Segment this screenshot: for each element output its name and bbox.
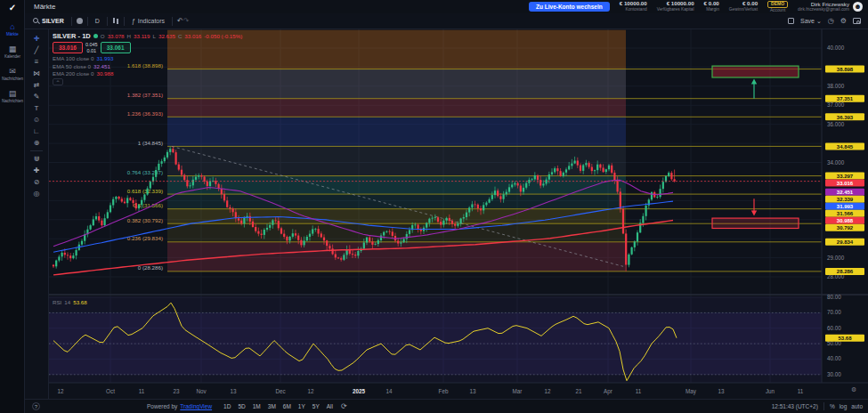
price-chart[interactable]: 1.618 (38.898)1.382 (37.351)1.236 (36.39… — [49, 29, 868, 399]
chart-style-icon[interactable] — [112, 17, 119, 25]
svg-text:14: 14 — [385, 388, 393, 394]
range-5y[interactable]: 5Y — [310, 402, 322, 410]
alert-clock-icon[interactable]: ◷ — [828, 17, 834, 25]
range-1y[interactable]: 1Y — [296, 402, 308, 410]
measure-icon[interactable]: ∟ — [30, 126, 43, 137]
sidebar-item-nachrichten-news[interactable]: ▤Nachrichten — [0, 90, 25, 103]
svg-text:30.00: 30.00 — [827, 371, 841, 377]
svg-text:28.286: 28.286 — [837, 269, 854, 274]
svg-text:30.988: 30.988 — [837, 218, 854, 223]
clock[interactable]: 12:51:43 (UTC+2) — [772, 403, 818, 409]
camera-icon[interactable] — [853, 18, 861, 24]
range-6m[interactable]: 6M — [280, 402, 294, 410]
svg-text:31.993: 31.993 — [837, 204, 854, 209]
xabcd-pattern-icon[interactable]: ⋈ — [30, 68, 43, 79]
svg-text:23: 23 — [173, 388, 180, 394]
stat-value: € 0.00 — [742, 1, 758, 7]
brush-icon[interactable]: ✎ — [30, 91, 43, 102]
stat-label: Kontostand — [625, 7, 646, 12]
stat-label: Gewinn/Verlust — [729, 7, 758, 12]
rsi-legend: RSI 14 53.68 — [53, 299, 87, 305]
svg-text:Dec: Dec — [275, 388, 285, 394]
emoji-icon[interactable]: ☺ — [30, 114, 43, 126]
svg-text:60.00: 60.00 — [827, 325, 841, 331]
symbol-search[interactable]: SILVER — [30, 18, 67, 24]
trend-line-icon[interactable]: ╱ — [30, 45, 43, 56]
text-icon[interactable]: T — [30, 102, 43, 114]
hide-drawings-icon[interactable]: ◎ — [30, 188, 43, 199]
scale-percent[interactable]: % — [830, 403, 835, 409]
scale-auto[interactable]: auto — [851, 403, 863, 409]
search-icon — [33, 18, 39, 24]
long-short-position-icon[interactable]: ⇄ — [30, 79, 43, 91]
ohlc-values: O33.078H33.119L32.635C33.016 — [101, 33, 202, 39]
svg-text:13: 13 — [718, 388, 725, 394]
magnet-icon[interactable]: ⋓ — [30, 153, 43, 165]
svg-text:38.000: 38.000 — [827, 83, 845, 89]
tradingview-link[interactable]: TradingView — [180, 403, 212, 409]
zoom-in-icon[interactable]: ⊕ — [30, 137, 43, 149]
svg-text:11: 11 — [636, 388, 642, 394]
account-stats: € 10000.00Kontostand€ 10000.00Verfügbare… — [620, 1, 758, 12]
range-3m[interactable]: 3M — [265, 402, 279, 410]
collapse-legend-button[interactable]: ⌃ — [53, 78, 63, 85]
toolbar-divider — [30, 150, 43, 151]
scale-log[interactable]: log — [840, 403, 848, 409]
help-button[interactable]: ? — [32, 402, 40, 410]
chart-toolbar: SILVER D ƒ Indicators ↶ ↷ Save ⌄ ◷ — [25, 13, 868, 29]
svg-text:May: May — [685, 388, 697, 395]
svg-text:12: 12 — [544, 388, 551, 394]
avatar[interactable]: ☻ — [853, 2, 863, 12]
user-menu[interactable]: Dirk Friczewsky dirk.friczewsky@gmail.co… — [798, 1, 863, 12]
gear-icon[interactable]: ⚙ — [840, 17, 847, 25]
svg-text:38.898: 38.898 — [837, 67, 854, 72]
sidebar-item-label: Nachrichten — [2, 99, 23, 103]
range-1m[interactable]: 1M — [250, 402, 264, 410]
ohlc-key: O — [101, 33, 105, 39]
sidebar-item-kalender[interactable]: ▦Kalender — [0, 45, 25, 59]
save-button[interactable]: Save ⌄ — [800, 18, 822, 25]
svg-text:70.00: 70.00 — [827, 309, 841, 315]
ohlc-key: C — [178, 33, 182, 39]
ema-label: EMA 50 close 0 — [53, 63, 91, 69]
svg-text:0.618 (32.339): 0.618 (32.339) — [127, 188, 163, 194]
app-logo-icon[interactable]: ✓ — [0, 0, 25, 14]
redo-icon[interactable]: ↷ — [183, 17, 190, 25]
buy-button[interactable]: 33.061 — [101, 42, 131, 53]
time-axis-gear-icon[interactable]: ⚙ — [851, 386, 856, 393]
rsi-length: 14 — [64, 299, 70, 305]
interval-button[interactable]: D — [93, 18, 102, 24]
range-5d[interactable]: 5D — [235, 402, 247, 410]
symbol-title[interactable]: SILVER - 1D — [53, 32, 91, 40]
svg-text:32.451: 32.451 — [837, 190, 854, 195]
spread-values: 0.045 0.01 — [85, 42, 98, 53]
svg-text:33.016: 33.016 — [837, 181, 854, 186]
ema-legend-row: EMA 100 close 031.993 — [53, 55, 242, 61]
fullscreen-icon[interactable] — [788, 18, 794, 24]
indicator-legend: EMA 100 close 031.993EMA 50 close 032.45… — [53, 55, 242, 77]
sidebar-item-nachrichten-mail[interactable]: ✉Nachrichten — [0, 68, 25, 81]
lock-drawings-icon[interactable]: ⊘ — [30, 176, 43, 188]
sell-button[interactable]: 33.016 — [53, 42, 83, 53]
app-sidebar: ✓ ⌂Märkte▦Kalender✉Nachrichten▤Nachricht… — [0, 0, 25, 413]
ema-label: EMA 100 close 0 — [53, 55, 93, 61]
svg-text:0.382 (30.792): 0.382 (30.792) — [127, 217, 163, 223]
svg-text:29.834: 29.834 — [837, 239, 854, 245]
indicators-button[interactable]: ƒ Indicators — [129, 18, 167, 24]
svg-text:2025: 2025 — [353, 388, 366, 394]
range-all[interactable]: All — [324, 402, 336, 410]
draw-mode-icon[interactable]: ✚ — [30, 165, 43, 176]
svg-text:80.00: 80.00 — [827, 294, 841, 300]
go-to-date-icon[interactable]: ⟳ — [341, 402, 347, 410]
ohlc-value: 32.635 — [158, 33, 175, 39]
undo-icon[interactable]: ↶ — [177, 17, 183, 25]
svg-text:0.764 (33.297): 0.764 (33.297) — [127, 169, 163, 175]
sidebar-item-maerkte[interactable]: ⌂Märkte — [0, 23, 25, 36]
fib-retracement-icon[interactable]: ≡ — [30, 56, 43, 68]
range-1d[interactable]: 1D — [221, 402, 233, 410]
svg-text:32.339: 32.339 — [837, 197, 854, 202]
svg-text:12: 12 — [57, 388, 64, 394]
switch-live-account-button[interactable]: Zu Live-Konto wechseln — [529, 2, 610, 12]
crosshair-icon[interactable]: ✛ — [30, 33, 43, 45]
svg-text:21: 21 — [575, 388, 582, 394]
